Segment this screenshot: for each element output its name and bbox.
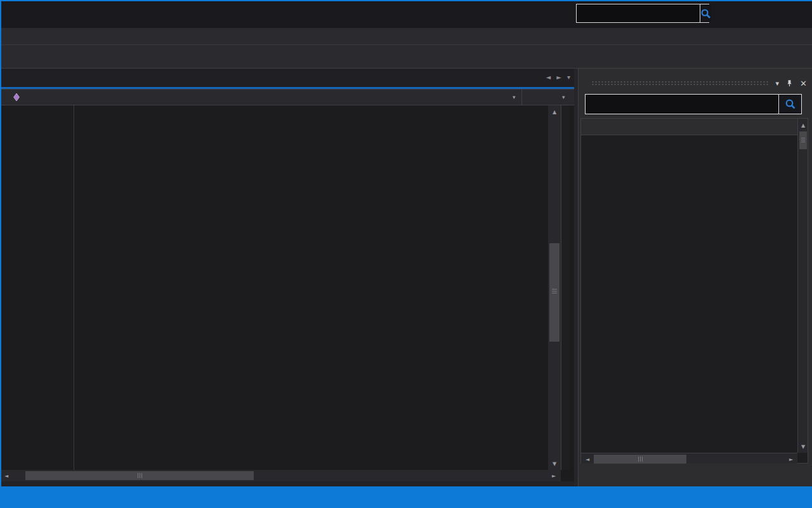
scroll-down-icon[interactable]: ▼ [548,458,561,469]
tab-scroll-right-icon[interactable]: ► [556,74,561,81]
pin-icon[interactable] [785,79,794,88]
maximize-button[interactable] [741,0,776,27]
tab-scroll-controls: ◄ ► ▾ [546,74,570,81]
panel-menu-caret-icon[interactable]: ▾ [776,79,780,88]
scroll-up-icon[interactable]: ▲ [798,119,808,131]
tab-list-caret-icon[interactable]: ▾ [567,74,570,81]
scrollbar-thumb[interactable] [799,131,807,149]
table-header [581,119,797,135]
status-bar [0,486,812,508]
library-filter-box [585,94,802,114]
panel-drag-texture [591,81,769,86]
tab-scroll-left-icon[interactable]: ◄ [546,74,551,81]
gutter-separator [74,105,74,470]
libraries-table: ▲ ▼ ◄ ► [580,118,808,464]
panel-splitter[interactable] [574,69,579,486]
scroll-right-icon[interactable]: ► [785,453,797,465]
scrollbar-thumb[interactable] [594,455,686,464]
search-icon [785,98,796,110]
menu-bar [1,28,812,45]
window-controls [705,0,812,27]
scroll-right-icon[interactable]: ► [548,470,560,481]
scrollbar-thumb[interactable] [549,243,560,342]
editor-bottom-gap [0,481,574,486]
global-search-box [576,4,709,23]
divider [521,90,522,105]
editor-vertical-scrollbar[interactable]: ▲ ▼ [548,105,561,470]
error-marker-strip [561,105,570,470]
toolbar [1,45,812,69]
scroll-left-icon[interactable]: ◄ [582,453,593,465]
b4a-ide-window: ◄ ► ▾ ▾ ▾ ▲ ▼ ◄ [0,0,812,508]
editor-horizontal-scrollbar[interactable]: ◄ ► [0,470,561,481]
sub-icon [11,92,22,102]
code-editor[interactable]: ▲ ▼ ◄ ► [0,105,574,481]
scroll-left-icon[interactable]: ◄ [1,470,12,481]
titlebar [0,0,812,28]
scroll-down-icon[interactable]: ▼ [798,441,808,452]
panel-controls: ▾ ✕ [776,79,807,88]
table-vertical-scrollbar[interactable]: ▲ ▼ [797,119,808,453]
scroll-up-icon[interactable]: ▲ [548,106,561,117]
close-button[interactable] [776,0,812,27]
sub-selector-caret-icon[interactable]: ▾ [513,94,516,100]
minimize-button[interactable] [705,0,741,27]
filter-search-button[interactable] [778,95,801,114]
code-navigation-bar: ▾ ▾ [0,89,574,105]
libraries-manager-panel: ▾ ✕ ▲ [579,69,812,486]
zoom-caret-icon[interactable]: ▾ [562,94,565,100]
table-body [581,135,797,453]
window-top-border [0,0,812,1]
scrollbar-thumb[interactable] [25,471,254,480]
table-horizontal-scrollbar[interactable]: ◄ ► [581,453,797,464]
sub-selector-dropdown[interactable] [11,90,27,105]
panel-header: ▾ ✕ [585,76,807,90]
editor-tab-strip: ◄ ► ▾ [0,69,574,89]
search-input[interactable] [577,4,700,22]
panel-close-icon[interactable]: ✕ [800,79,807,88]
window-left-border [0,0,1,508]
filter-input[interactable] [586,95,778,114]
